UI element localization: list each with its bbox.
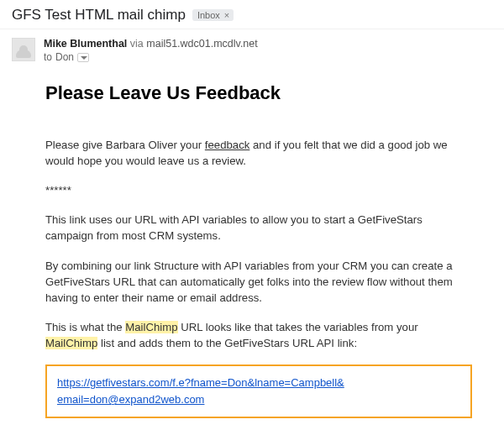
subject-bar: GFS Test HTML mail chimp Inbox × (0, 0, 504, 29)
via-host: mail51.wdc01.mcdlv.net (146, 38, 257, 50)
mailchimp-highlight: MailChimp (45, 337, 97, 349)
to-recipient: Don (55, 51, 74, 63)
feedback-link[interactable]: feedback (205, 139, 250, 151)
paragraph-1: Please give Barbara Oliver your feedback… (45, 137, 472, 169)
from-line: Mike Blumenthal via mail51.wdc01.mcdlv.n… (44, 38, 492, 50)
details-toggle[interactable] (77, 53, 89, 62)
avatar (12, 38, 35, 61)
paragraph-3: By combining our link Structure with API… (45, 258, 472, 306)
inbox-label-chip[interactable]: Inbox × (192, 9, 234, 21)
api-url-link[interactable]: https://getfivestars.com/f.e?fname=Don&l… (57, 376, 344, 406)
message-header: Mike Blumenthal via mail51.wdc01.mcdlv.n… (0, 29, 504, 63)
message-body: Please Leave Us Feedback Please give Bar… (0, 63, 504, 427)
api-url-box: https://getfivestars.com/f.e?fname=Don&l… (45, 364, 472, 418)
to-prefix: to (44, 51, 52, 63)
sender-name: Mike Blumenthal (44, 38, 127, 50)
close-icon[interactable]: × (222, 10, 232, 20)
via-label: via (130, 38, 144, 50)
mailchimp-highlight: MailChimp (125, 321, 177, 333)
paragraph-2: This link uses our URL with API variable… (45, 212, 472, 244)
body-heading: Please Leave Us Feedback (45, 80, 472, 107)
paragraph-4: This is what the MailChimp URL looks lik… (45, 319, 472, 351)
label-text: Inbox (197, 10, 220, 20)
to-line: to Don (44, 51, 492, 63)
divider: ****** (45, 182, 472, 198)
email-subject: GFS Test HTML mail chimp (12, 7, 186, 24)
